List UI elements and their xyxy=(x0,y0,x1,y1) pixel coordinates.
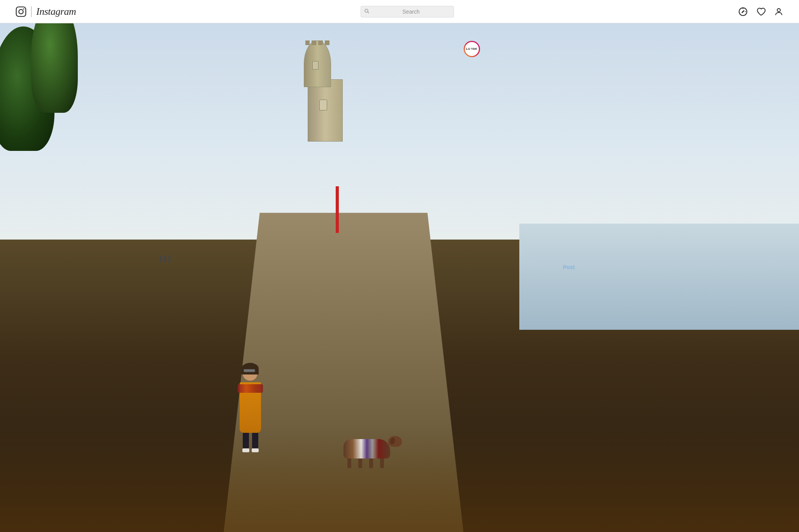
post-container: LU YAK lucyandyak • Following Isle of Wi… xyxy=(218,35,582,275)
post-comment-button[interactable]: Post xyxy=(563,264,575,270)
post-author-avatar-wrap: LU YAK xyxy=(464,41,480,57)
red-post xyxy=(336,186,339,233)
heart-icon xyxy=(756,7,766,16)
post-photo-scene xyxy=(218,35,457,274)
header: Instagram xyxy=(0,0,799,23)
avatar-initials: LU YAK xyxy=(466,47,477,51)
avatar-ring: LU YAK xyxy=(464,41,480,57)
svg-point-2 xyxy=(23,8,24,9)
search-icon xyxy=(364,9,369,14)
svg-rect-0 xyxy=(16,7,26,16)
post-image xyxy=(218,35,457,274)
search-input[interactable] xyxy=(361,6,454,18)
user-icon xyxy=(774,7,783,16)
header-logo-divider xyxy=(31,6,32,17)
avatar-inner: LU YAK xyxy=(465,42,479,56)
path xyxy=(224,213,457,274)
header-left: Instagram xyxy=(16,6,76,18)
explore-button[interactable] xyxy=(738,7,748,16)
svg-marker-8 xyxy=(741,10,745,13)
svg-point-1 xyxy=(19,9,23,14)
castle-tower xyxy=(304,64,347,142)
header-icons xyxy=(738,7,783,16)
svg-point-3 xyxy=(365,9,368,12)
svg-point-9 xyxy=(777,9,780,12)
instagram-wordmark: Instagram xyxy=(36,6,76,18)
profile-button[interactable] xyxy=(774,7,783,16)
instagram-logo-icon xyxy=(16,6,26,17)
compass-icon xyxy=(738,7,748,16)
activity-button[interactable] xyxy=(756,7,766,16)
svg-line-4 xyxy=(368,12,369,13)
main-content: LU YAK lucyandyak • Following Isle of Wi… xyxy=(0,23,799,286)
search-bar[interactable] xyxy=(361,6,454,18)
